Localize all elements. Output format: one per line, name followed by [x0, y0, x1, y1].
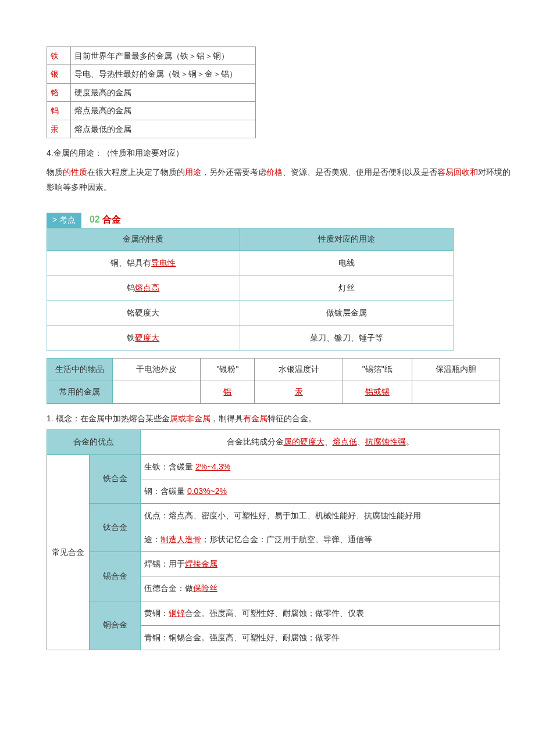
property-cell: 钨熔点高 [47, 275, 240, 300]
property-cell: 铁硬度大 [47, 325, 240, 350]
alloy-desc: 黄铜：铜锌合金。强度高、可塑性好、耐腐蚀；做零件、仪表 [141, 601, 500, 625]
metal-label: 钨 [47, 102, 71, 120]
alloy-desc: 焊锡：用于焊接金属 [141, 552, 500, 576]
common-alloy-label: 常见合金 [47, 454, 90, 650]
alloy-name-iron: 铁合金 [90, 454, 141, 503]
col-header-use: 性质对应的用途 [240, 228, 454, 250]
item-cell: 干电池外皮 [113, 358, 201, 381]
alloy-name-cu: 铜合金 [90, 601, 141, 650]
metal-label: 银 [47, 65, 71, 83]
metal-desc: 熔点最低的金属 [71, 120, 256, 138]
metal-cell [412, 381, 500, 403]
use-cell: 菜刀、镰刀、锤子等 [240, 325, 454, 350]
metal-label: 铁 [47, 47, 71, 65]
heading-4: 4.金属的用途：（性质和用途要对应） [47, 145, 512, 161]
use-cell: 灯丝 [240, 275, 454, 300]
metal-cell [113, 381, 201, 403]
metal-label: 汞 [47, 120, 71, 138]
item-cell: "银粉" [201, 358, 255, 381]
item-cell: 水银温度计 [255, 358, 343, 381]
daily-items-table: 生活中的物品 干电池外皮 "银粉" 水银温度计 "锡箔"纸 保温瓶内胆 常用的金… [47, 358, 500, 404]
use-cell: 电线 [240, 250, 454, 275]
concept-line: 1. 概念：在金属中加热熔合某些金属或非金属，制得具有金属特征的合金。 [47, 411, 512, 427]
metal-facts-table: 铁目前世界年产量最多的金属（铁＞铝＞铜） 银导电、导热性最好的金属（银＞铜＞金＞… [47, 46, 256, 138]
alloy-advantage-desc: 合金比纯成分金属的硬度大、熔点低、抗腐蚀性强。 [141, 430, 500, 454]
metal-desc: 熔点最高的金属 [71, 102, 256, 120]
section-header: > 考点 02 合金 [47, 213, 512, 228]
alloy-table: 合金的优点 合金比纯成分金属的硬度大、熔点低、抗腐蚀性强。 常见合金 铁合金 生… [47, 429, 500, 650]
alloy-desc: 伍德合金：做保险丝 [141, 576, 500, 601]
section-title: 02 合金 [90, 214, 121, 226]
property-cell: 铬硬度大 [47, 300, 240, 325]
metal-label: 铬 [47, 83, 71, 101]
metal-desc: 目前世界年产量最多的金属（铁＞铝＞铜） [71, 47, 256, 65]
metal-cell: 铝或锡 [343, 381, 412, 403]
alloy-desc: 途：制造人造骨；形状记忆合金：广泛用于航空、导弹、通信等 [141, 528, 500, 552]
row-label-metals: 常用的金属 [47, 381, 113, 403]
exam-point-tag: > 考点 [47, 213, 81, 228]
paragraph-uses: 物质的性质在很大程度上决定了物质的用途，另外还需要考虑价格、资源、是否美观、使用… [47, 164, 512, 195]
item-cell: 保温瓶内胆 [412, 358, 500, 381]
use-cell: 做镀层金属 [240, 300, 454, 325]
alloy-name-ti: 钛合金 [90, 503, 141, 551]
property-cell: 铜、铝具有导电性 [47, 250, 240, 275]
metal-desc: 导电、导热性最好的金属（银＞铜＞金＞铝） [71, 65, 256, 83]
alloy-desc: 生铁：含碳量 2%~4.3% [141, 454, 500, 479]
col-header-property: 金属的性质 [47, 228, 240, 250]
metal-desc: 硬度最高的金属 [71, 83, 256, 101]
alloy-desc: 钢：含碳量 0.03%~2% [141, 479, 500, 503]
alloy-advantage-header: 合金的优点 [47, 430, 141, 454]
alloy-name-tin: 锡合金 [90, 552, 141, 601]
metal-cell: 汞 [255, 381, 343, 403]
metal-cell: 铝 [201, 381, 255, 403]
alloy-desc: 青铜：铜锡合金。强度高、可塑性好、耐腐蚀；做零件 [141, 625, 500, 650]
alloy-desc: 优点：熔点高、密度小、可塑性好、易于加工、机械性能好、抗腐蚀性能好用 [141, 503, 500, 528]
row-label-items: 生活中的物品 [47, 358, 113, 381]
property-use-table: 金属的性质 性质对应的用途 铜、铝具有导电性 电线 钨熔点高 灯丝 铬硬度大 做… [47, 228, 454, 351]
item-cell: "锡箔"纸 [343, 358, 412, 381]
